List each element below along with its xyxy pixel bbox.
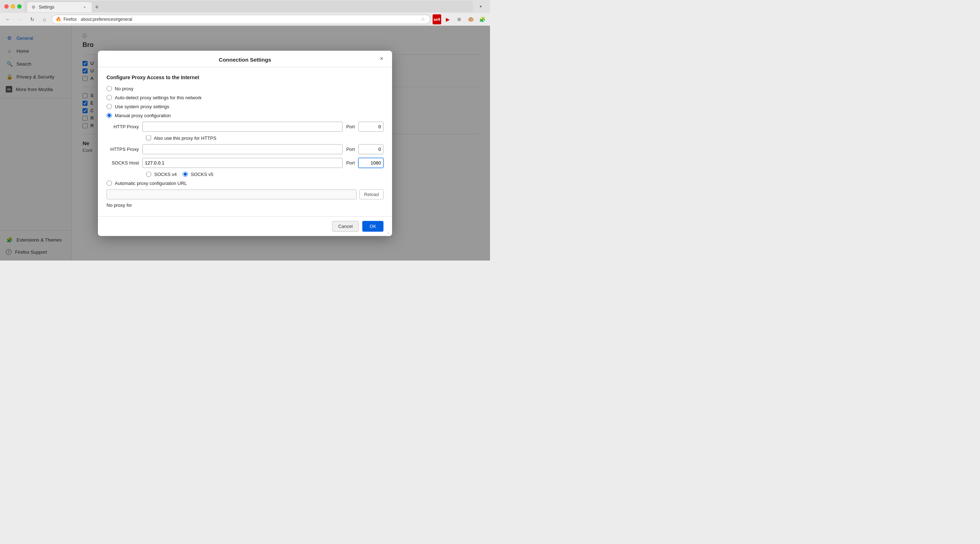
cancel-button[interactable]: Cancel	[332, 221, 359, 232]
address-prefix: Firefox	[64, 17, 77, 22]
traffic-lights	[4, 4, 22, 9]
socks-v5-option[interactable]: SOCKS v5	[183, 171, 213, 177]
https-proxy-label: HTTPS Proxy	[107, 147, 139, 152]
no-proxy-option[interactable]: No proxy	[107, 86, 383, 91]
https-proxy-row: HTTPS Proxy Port	[107, 144, 383, 154]
modal-header: Connection Settings ×	[98, 51, 392, 67]
address-text: Firefox about:preferences#general	[64, 17, 417, 22]
system-proxy-radio[interactable]	[107, 103, 112, 109]
settings-tab[interactable]: ⚙ Settings ×	[27, 2, 92, 12]
modal-close-button[interactable]: ×	[377, 54, 387, 63]
main-content: ⚙ General ⌂ Home 🔍 Search 🔒 Privacy & Se…	[0, 26, 490, 260]
browser-chrome: ⚙ Settings × + ▾ ← → ↻ ⌂ 🔥 Firefox about…	[0, 0, 490, 26]
modal-title: Connection Settings	[219, 56, 271, 62]
manual-proxy-option[interactable]: Manual proxy configuration	[107, 113, 383, 118]
grid-icon[interactable]: ⊞	[454, 14, 464, 24]
socks-port-input[interactable]	[358, 158, 383, 168]
no-proxy-radio[interactable]	[107, 86, 112, 91]
also-https-label: Also use this proxy for HTTPS	[154, 135, 216, 141]
auto-proxy-url-label: Automatic proxy configuration URL	[115, 180, 187, 186]
socks-version-row: SOCKS v4 SOCKS v5	[146, 171, 383, 177]
https-port-label: Port	[346, 147, 355, 152]
socks-port-label: Port	[346, 160, 355, 166]
firefox-icon: 🔥	[56, 16, 61, 22]
settings-tab-icon: ⚙	[32, 5, 37, 10]
system-proxy-option[interactable]: Use system proxy settings	[107, 103, 383, 109]
http-port-label: Port	[346, 124, 355, 129]
http-port-input[interactable]	[358, 122, 383, 132]
socks-v5-radio[interactable]	[183, 171, 188, 177]
socks-host-input[interactable]	[142, 158, 342, 168]
no-proxy-for-label: No proxy for	[107, 202, 383, 208]
maximize-window-button[interactable]	[17, 4, 22, 9]
reload-button[interactable]: ↻	[27, 14, 37, 24]
http-proxy-input[interactable]	[142, 122, 342, 132]
address-url: about:preferences#general	[81, 17, 132, 22]
also-https-option[interactable]: Also use this proxy for HTTPS	[146, 135, 383, 141]
socks-v4-label: SOCKS v4	[154, 171, 177, 177]
resize-handle[interactable]: ⤡	[387, 231, 391, 235]
auto-detect-label: Auto-detect proxy settings for this netw…	[115, 95, 202, 100]
chevron-down-icon[interactable]: ▾	[476, 2, 486, 11]
socks-host-row: SOCKS Host Port	[107, 158, 383, 168]
system-proxy-label: Use system proxy settings	[115, 103, 169, 109]
back-button[interactable]: ←	[3, 14, 13, 24]
socks-v4-option[interactable]: SOCKS v4	[146, 171, 177, 177]
monkey-icon[interactable]: 🐵	[466, 14, 476, 24]
https-proxy-input[interactable]	[142, 144, 342, 154]
http-proxy-row: HTTP Proxy Port	[107, 122, 383, 132]
puzzle-icon[interactable]: 🧩	[477, 14, 487, 24]
auto-proxy-url-radio[interactable]	[107, 180, 112, 186]
no-proxy-label: No proxy	[115, 86, 134, 91]
minimize-window-button[interactable]	[11, 4, 15, 9]
auto-proxy-input-row: Reload	[107, 189, 383, 199]
reload-button[interactable]: Reload	[360, 189, 383, 199]
auto-proxy-url-option[interactable]: Automatic proxy configuration URL	[107, 180, 383, 186]
socks-v5-label: SOCKS v5	[191, 171, 213, 177]
close-window-button[interactable]	[4, 4, 9, 9]
modal-body: Configure Proxy Access to the Internet N…	[98, 67, 392, 216]
https-port-input[interactable]	[358, 144, 383, 154]
auto-detect-radio[interactable]	[107, 95, 112, 100]
manual-proxy-radio[interactable]	[107, 113, 112, 118]
connection-settings-modal: Connection Settings × Configure Proxy Ac…	[98, 51, 392, 236]
auto-detect-option[interactable]: Auto-detect proxy settings for this netw…	[107, 95, 383, 100]
socks-host-label: SOCKS Host	[107, 160, 139, 166]
title-bar: ⚙ Settings × + ▾	[0, 0, 490, 13]
settings-tab-label: Settings	[39, 5, 54, 10]
address-bar[interactable]: 🔥 Firefox about:preferences#general ☆	[52, 15, 430, 24]
proxy-section-title: Configure Proxy Access to the Internet	[107, 74, 383, 80]
socks-v4-radio[interactable]	[146, 171, 151, 177]
youtube-icon[interactable]: ▶	[443, 14, 453, 24]
auto-proxy-url-input[interactable]	[107, 189, 356, 199]
home-button[interactable]: ⌂	[40, 14, 49, 24]
bookmark-button[interactable]: ☆	[419, 16, 426, 23]
close-tab-button[interactable]: ×	[82, 4, 88, 10]
ok-button[interactable]: OK	[362, 221, 383, 232]
tabs-bar: ⚙ Settings × +	[24, 1, 473, 12]
forward-button[interactable]: →	[15, 14, 25, 24]
also-https-checkbox[interactable]	[146, 135, 151, 141]
new-tab-button[interactable]: +	[92, 2, 102, 12]
manual-proxy-label: Manual proxy configuration	[115, 113, 171, 118]
modal-footer: Cancel OK	[98, 216, 392, 236]
toolbar-icons: ae9 ▶ ⊞ 🐵 🧩	[433, 14, 487, 24]
extensions-icon[interactable]: ae9	[433, 14, 441, 24]
http-proxy-label: HTTP Proxy	[107, 124, 139, 129]
nav-bar: ← → ↻ ⌂ 🔥 Firefox about:preferences#gene…	[0, 13, 490, 26]
